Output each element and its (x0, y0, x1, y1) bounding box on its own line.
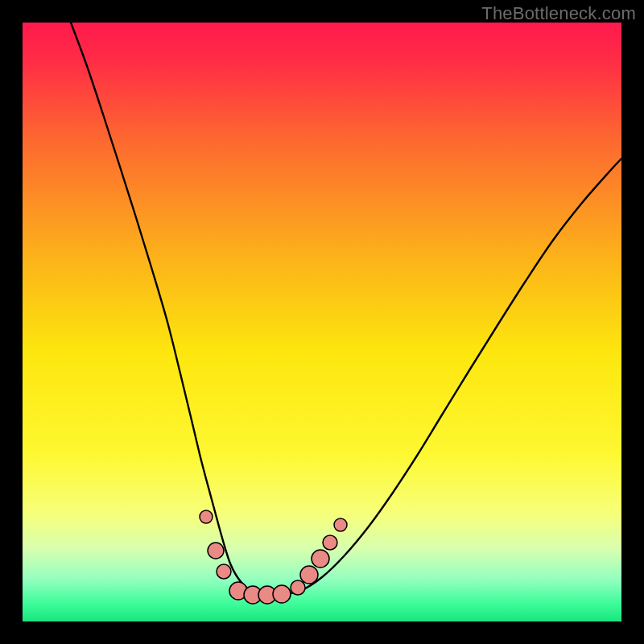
marker-right-up2 (334, 518, 347, 531)
marker-right-mid1 (300, 566, 318, 584)
marker-right-mid2 (312, 550, 329, 568)
marker-left-upper (200, 510, 213, 523)
curve-layer (23, 23, 621, 621)
chart-frame: TheBottleneck.com (0, 0, 644, 644)
plot-area (23, 23, 621, 621)
watermark-text: TheBottleneck.com (481, 3, 636, 24)
bottleneck-curve (71, 23, 621, 596)
marker-bottom-4 (273, 585, 291, 603)
marker-right-low (291, 580, 305, 595)
data-markers (200, 510, 347, 604)
marker-right-up1 (323, 535, 337, 550)
marker-left-mid (208, 543, 224, 559)
marker-left-low (217, 564, 231, 579)
